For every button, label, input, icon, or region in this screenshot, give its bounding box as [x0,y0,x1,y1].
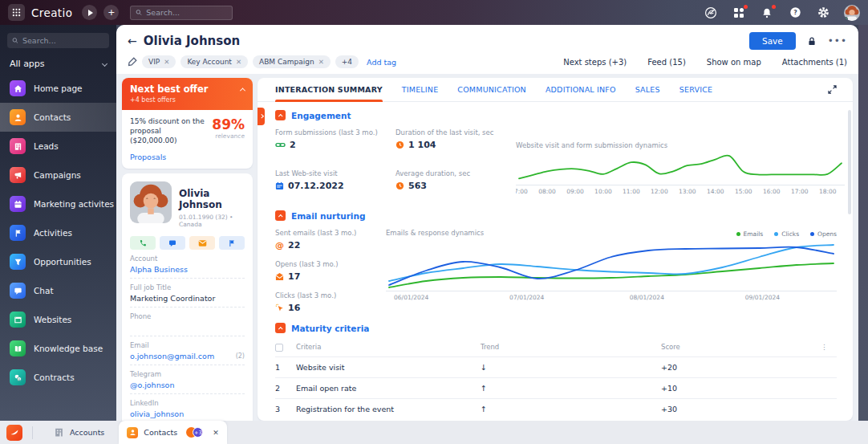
flag-icon [10,225,26,241]
field-phone: Phone [130,308,245,336]
add-button[interactable]: + [103,5,119,20]
show-on-map-link[interactable]: Show on map [707,58,761,67]
metric-last-visit-duration: Duration of the last visit, sec 1 104 [395,128,516,158]
creatio-taskbar-icon[interactable] [6,425,22,441]
tab-interaction-summary[interactable]: INTERACTION SUMMARY [275,78,383,102]
svg-text:15:00: 15:00 [735,188,752,195]
sidebar-item-knowledge-base[interactable]: Knowledge base [0,334,116,363]
leads-icon [10,138,26,154]
account-link[interactable]: Alpha Business [130,265,245,274]
help-icon[interactable]: ? [788,6,802,20]
sidebar-search-input[interactable] [22,36,104,45]
apps-filter-dropdown[interactable]: All apps [10,59,107,69]
record-header: ← Olivia Johnson Save ••• VIP✕ Key Accou… [116,25,858,74]
fullscreen-icon[interactable] [828,85,837,94]
feed-link[interactable]: Feed (15) [647,58,686,67]
engagement-section: Engagement Form submissions (last 3 mo.)… [258,102,853,199]
taskbar-tab-accounts[interactable]: Accounts [43,421,116,444]
remove-tag-icon[interactable]: ✕ [164,58,169,66]
table-menu-icon[interactable]: ⋮ [821,340,837,356]
sidebar-item-marketing-activities[interactable]: Marketing activites [0,189,116,218]
more-tags-pill[interactable]: +4 [335,55,359,68]
more-actions-button[interactable]: ••• [828,35,847,47]
lock-icon[interactable] [807,36,817,47]
telegram-link[interactable]: @o.johnson [130,381,245,389]
sidebar-item-home[interactable]: Home page [0,74,116,103]
sidebar-item-chat[interactable]: Chat [0,276,116,305]
table-row[interactable]: 1 Website visit ↓ +20 [275,356,837,377]
offer-card-header[interactable]: Next best offer +4 best offers [122,78,253,110]
back-button[interactable]: ← [128,35,137,47]
sidebar-item-opportunities[interactable]: Opportunities [0,247,116,276]
select-all-checkbox[interactable] [275,344,283,352]
campaigns-megaphone-icon [10,167,26,183]
sidebar-search[interactable] [7,33,109,48]
collapse-chevron-icon[interactable] [275,110,286,120]
collapse-chevron-icon[interactable] [275,210,286,221]
offer-card-title: Next best offer [130,84,208,95]
play-button[interactable] [82,5,97,20]
tab-communication[interactable]: COMMUNICATION [457,78,526,102]
trend-up-icon: ↑ [481,377,661,398]
remove-tag-icon[interactable]: ✕ [236,58,241,66]
clock-icon [395,141,404,149]
close-tab-icon[interactable]: ✕ [213,429,219,437]
tag-pill[interactable]: VIP✕ [142,55,176,68]
tab-service[interactable]: SERVICE [679,78,712,102]
call-button[interactable] [130,236,156,250]
global-search-input[interactable] [146,8,227,17]
tab-timeline[interactable]: TIMELINE [402,78,439,102]
tag-pill[interactable]: Key Account✕ [180,55,248,68]
tab-additional-info[interactable]: ADDITIONAL INFO [546,78,616,102]
settings-gear-icon[interactable] [816,6,830,20]
tag-pill[interactable]: ABM Campaign✕ [253,55,331,68]
table-row[interactable]: 3 Registration for the event ↑ +30 [275,398,837,419]
collapse-chevron-icon[interactable] [275,323,286,333]
email-link[interactable]: o.johnson@gmail.com [130,352,214,360]
sidebar-nav: All apps Home page Contacts Leads Campai… [0,25,116,421]
svg-text:09:00: 09:00 [566,188,584,195]
sidebar-item-campaigns[interactable]: Campaigns [0,161,116,189]
svg-text:08/01/2024: 08/01/2024 [630,294,664,301]
sidebar-item-contracts[interactable]: $ Contracts [0,363,116,392]
grid-dots-icon [12,8,21,17]
field-telegram: Telegram @o.johnson [130,365,245,394]
app-launcher-icon[interactable] [8,4,25,21]
next-steps-link[interactable]: Next steps (+3) [563,58,627,67]
save-button[interactable]: Save [749,32,796,50]
add-tag-button[interactable]: Add tag [367,58,396,67]
freedom-bird-icon[interactable] [704,6,718,20]
tab-sales[interactable]: SALES [635,78,660,102]
global-search[interactable] [130,6,233,20]
email-button[interactable] [189,236,215,250]
offer-card-subtitle: +4 best offers [130,96,245,104]
chat-button[interactable] [160,236,185,250]
workspaces-icon[interactable] [732,6,746,20]
sidebar-item-websites[interactable]: Websites [0,305,116,334]
field-account: Account Alpha Business [130,250,245,279]
svg-text:08:00: 08:00 [538,188,556,195]
sidebar-item-activities[interactable]: Activities [0,218,116,247]
scrollbar[interactable] [848,110,851,214]
sidebar-item-contacts[interactable]: Contacts [0,103,116,132]
proposals-link[interactable]: Proposals [130,153,245,161]
maturity-criteria-header[interactable]: Maturity criteria [275,323,837,333]
sidebar-item-leads[interactable]: Leads [0,132,116,161]
contact-photo[interactable] [130,181,172,223]
tab-bar: INTERACTION SUMMARY TIMELINE COMMUNICATI… [258,78,853,102]
svg-text:16:00: 16:00 [763,188,781,195]
panel-expand-handle[interactable] [258,108,265,125]
taskbar-tab-contacts[interactable]: Contacts +3 ✕ [119,421,226,444]
user-avatar[interactable] [844,5,860,21]
contact-meta: 01.01.1990 (32) • Canada [179,214,245,228]
collapse-chevron-icon[interactable] [240,88,245,93]
email-nurturing-header[interactable]: Email nurturing [275,210,837,221]
linkedin-link[interactable]: olivia_johnson [130,409,245,418]
notifications-bell-icon[interactable] [760,6,774,20]
table-row[interactable]: 2 Email open rate ↑ +10 [275,377,837,398]
engagement-header[interactable]: Engagement [275,110,837,120]
tag-icon[interactable] [128,57,137,67]
flag-button[interactable] [219,236,245,250]
remove-tag-icon[interactable]: ✕ [318,58,324,66]
attachments-link[interactable]: Attachments (1) [782,58,847,67]
